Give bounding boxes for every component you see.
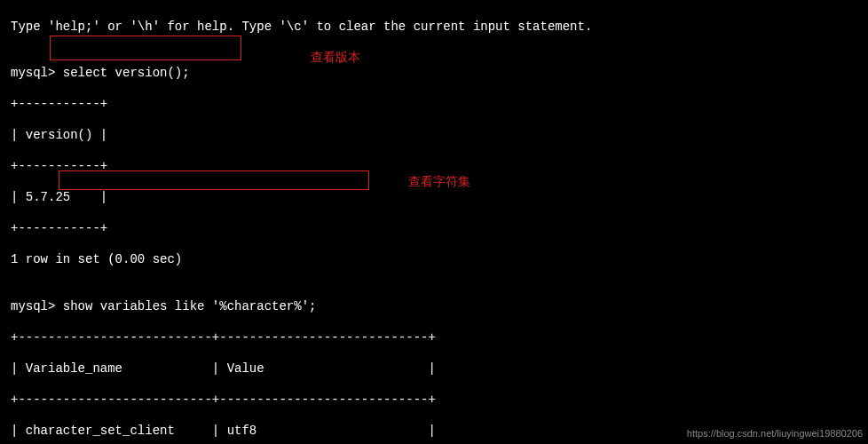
table1-row: | 5.7.25 | bbox=[11, 190, 857, 206]
annotation-label-1: 查看版本 bbox=[311, 50, 360, 66]
result1-summary: 1 row in set (0.00 sec) bbox=[11, 252, 857, 268]
mysql-prompt: mysql> bbox=[11, 66, 63, 80]
annotation-label-2: 查看字符集 bbox=[408, 174, 470, 190]
query-2-line: mysql> show variables like '%character%'… bbox=[11, 299, 857, 315]
query-1-line: mysql> select version(); bbox=[11, 66, 857, 82]
terminal-output: Type 'help;' or '\h' for help. Type '\c'… bbox=[11, 4, 857, 444]
table2-head: | Variable_name | Value | bbox=[11, 361, 857, 377]
table1-sep: +-----------+ bbox=[11, 221, 857, 237]
query-2: show variables like '%character%'; bbox=[63, 299, 317, 313]
watermark-text: https://blog.csdn.net/liuyingwei19880206 bbox=[687, 428, 863, 440]
table2-sep: +--------------------------+------------… bbox=[11, 330, 857, 346]
mysql-prompt: mysql> bbox=[11, 299, 63, 313]
annotation-box-2 bbox=[59, 170, 369, 190]
help-text: Type 'help;' or '\h' for help. Type '\c'… bbox=[11, 20, 857, 36]
query-1: select version(); bbox=[63, 66, 190, 80]
table1-head: | version() | bbox=[11, 128, 857, 144]
table2-sep: +--------------------------+------------… bbox=[11, 392, 857, 408]
annotation-box-1 bbox=[50, 36, 241, 60]
table1-sep: +-----------+ bbox=[11, 97, 857, 113]
